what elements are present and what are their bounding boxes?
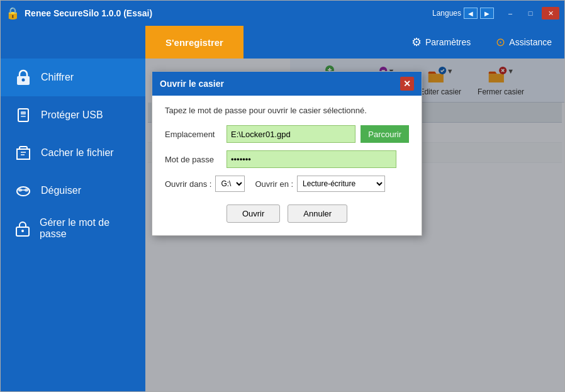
nav-right: ⚙ Paramètres ⊙ Assistance	[399, 26, 564, 59]
ouvrir-en-label: Ouvrir en :	[255, 179, 293, 189]
dialog-actions: Ouvrir Annuler	[165, 204, 409, 223]
lang-prev-btn[interactable]: ◀	[464, 8, 478, 19]
ouvrir-en-select[interactable]: Lecture-écriture	[297, 176, 385, 192]
deguiser-icon	[13, 181, 33, 201]
assistance-label: Assistance	[509, 37, 552, 47]
content-area: Créer casier ▼ Ouvrir casier	[145, 59, 564, 391]
usb-label: Protéger USB	[41, 109, 103, 121]
emplacement-field-row: Emplacement Parcourir	[165, 125, 409, 143]
deguiser-label: Déguiser	[41, 185, 81, 196]
open-btn[interactable]: Ouvrir	[227, 204, 280, 223]
main-area: Chiffrer Protéger USB	[1, 59, 564, 391]
nav-bar: S'enregistrer ⚙ Paramètres ⊙ Assistance	[1, 26, 564, 59]
langues-area: Langues ◀ ▶	[432, 8, 494, 19]
dialog-title-bar: Ouvrir le casier ✕	[152, 72, 422, 96]
sidebar: Chiffrer Protéger USB	[1, 59, 145, 391]
cacher-label: Cacher le fichier	[41, 147, 114, 159]
sidebar-item-deguiser[interactable]: Déguiser	[1, 172, 145, 210]
chiffrer-icon	[13, 67, 33, 87]
open-options-row: Ouvrir dans : G:\ Ouvrir en : Lecture-éc…	[165, 176, 409, 192]
dialog-body: Tapez le mot de passe pour ouvrir le cas…	[152, 96, 422, 235]
params-nav-item[interactable]: ⚙ Paramètres	[399, 26, 483, 59]
svg-point-11	[21, 230, 24, 232]
dialog-description: Tapez le mot de passe pour ouvrir le cas…	[165, 106, 409, 115]
sidebar-item-usb[interactable]: Protéger USB	[1, 96, 145, 134]
gerer-icon	[13, 218, 32, 238]
dialog-overlay: Ouvrir le casier ✕ Tapez le mot de passe…	[145, 59, 564, 391]
chiffrer-label: Chiffrer	[41, 72, 74, 83]
assistance-nav-item[interactable]: ⊙ Assistance	[483, 26, 564, 59]
sidebar-item-gerer[interactable]: Gérer le mot de passe	[1, 210, 145, 247]
app-lock-icon: 🔒	[6, 6, 20, 20]
parcourir-btn[interactable]: Parcourir	[361, 125, 409, 143]
emplacement-input[interactable]	[227, 125, 355, 143]
lang-next-btn[interactable]: ▶	[480, 8, 494, 19]
usb-icon	[13, 105, 33, 125]
password-field-row: Mot de passe	[165, 150, 409, 168]
app-window: 🔒 Renee SecureSilo 1.0.0 (Essai) Langues…	[0, 0, 565, 392]
svg-point-1	[22, 79, 25, 82]
ouvrir-en-field: Ouvrir en : Lecture-écriture	[255, 176, 385, 192]
gerer-label: Gérer le mot de passe	[40, 217, 133, 240]
password-label: Mot de passe	[165, 155, 221, 164]
sidebar-item-chiffrer[interactable]: Chiffrer	[1, 59, 145, 96]
register-btn[interactable]: S'enregistrer	[145, 26, 243, 59]
svg-point-7	[17, 187, 30, 196]
title-bar-left: 🔒 Renee SecureSilo 1.0.0 (Essai)	[6, 6, 152, 20]
close-btn[interactable]: ✕	[542, 7, 559, 20]
sidebar-item-cacher[interactable]: Cacher le fichier	[1, 134, 145, 172]
restore-btn[interactable]: □	[522, 7, 539, 20]
svg-rect-3	[21, 111, 26, 115]
ouvrir-dans-select[interactable]: G:\	[215, 176, 245, 192]
svg-rect-4	[21, 116, 26, 117]
ouvrir-dans-field: Ouvrir dans : G:\	[165, 176, 245, 192]
gear-icon: ⚙	[411, 35, 422, 49]
cacher-icon	[13, 143, 33, 163]
app-title: Renee SecureSilo 1.0.0 (Essai)	[25, 8, 152, 18]
dialog-close-btn[interactable]: ✕	[400, 77, 414, 91]
cancel-btn[interactable]: Annuler	[288, 204, 347, 223]
ouvrir-dans-label: Ouvrir dans :	[165, 179, 211, 189]
dialog-title: Ouvrir le casier	[160, 79, 224, 89]
params-label: Paramètres	[425, 37, 471, 47]
langues-label: Langues	[432, 9, 461, 18]
title-bar: 🔒 Renee SecureSilo 1.0.0 (Essai) Langues…	[1, 1, 564, 26]
open-casier-dialog: Ouvrir le casier ✕ Tapez le mot de passe…	[152, 71, 422, 236]
emplacement-label: Emplacement	[165, 130, 221, 139]
title-bar-right: Langues ◀ ▶ – □ ✕	[432, 7, 559, 20]
password-input[interactable]	[227, 150, 396, 168]
svg-rect-2	[18, 109, 28, 121]
assistance-icon: ⊙	[496, 35, 505, 49]
minimize-btn[interactable]: –	[501, 7, 519, 20]
